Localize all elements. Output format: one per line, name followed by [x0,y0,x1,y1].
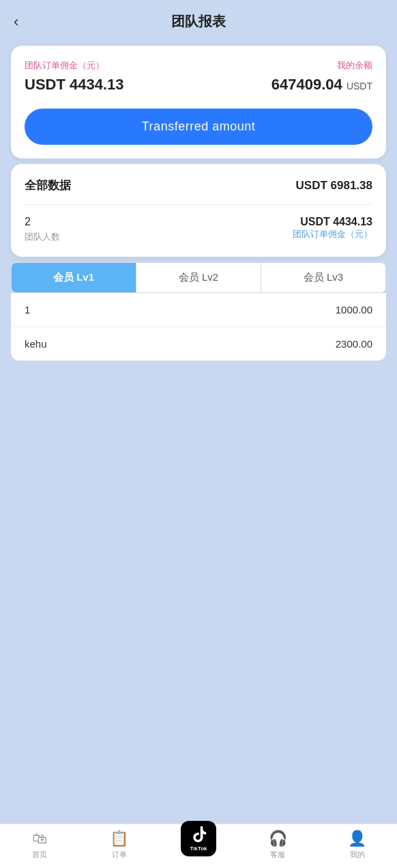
bottom-nav: 🛍 首页 📋 订单 TikTok 🎧 客服 👤 我的 [0,824,397,868]
my-balance-label: 我的余额 [271,59,372,72]
team-count-label: 团队人数 [25,231,60,243]
list-item-value-0: 1000.00 [336,304,372,316]
stats-title: 全部数据 [25,178,71,193]
list-item-value-1: 2300.00 [336,338,372,350]
customer-service-icon: 🎧 [269,830,287,848]
list-container: 1 1000.00 kehu 2300.00 [11,293,386,361]
header: ‹ 团队报表 [0,0,397,40]
nav-orders[interactable]: 📋 订单 [79,830,158,860]
balance-card: 团队订单佣金（元） USDT 4434.13 我的余额 647409.04 US… [11,46,386,158]
nav-tiktok[interactable]: TikTok [159,833,238,856]
team-commission-amount: USDT 4434.13 [25,76,124,94]
transfer-button[interactable]: Transferred amount [25,109,372,145]
profile-icon: 👤 [348,830,366,848]
tiktok-button[interactable]: TikTok [181,821,216,856]
my-balance-col: 我的余额 647409.04 USDT [271,59,372,94]
list-item: kehu 2300.00 [11,327,386,361]
orders-icon: 📋 [110,830,128,848]
balance-row: 团队订单佣金（元） USDT 4434.13 我的余额 647409.04 US… [25,59,372,94]
my-balance-amount: 647409.04 USDT [271,76,372,94]
stats-divider [25,204,372,205]
nav-profile-label: 我的 [350,850,365,860]
nav-home-label: 首页 [32,850,47,860]
team-count-col: 2 团队人数 [25,216,60,243]
team-count-value: 2 [25,216,60,228]
nav-home[interactable]: 🛍 首页 [0,830,79,860]
nav-orders-label: 订单 [112,850,127,860]
page-title: 团队报表 [171,12,226,31]
commission-sublabel: 团队订单佣金（元） [293,228,372,240]
list-item-label-0: 1 [25,304,30,316]
team-commission-label: 团队订单佣金（元） [25,59,124,72]
stats-total: USDT 6981.38 [296,179,372,193]
team-commission-col: 团队订单佣金（元） USDT 4434.13 [25,59,124,94]
home-icon: 🛍 [32,830,47,848]
back-button[interactable]: ‹ [14,13,18,31]
nav-profile[interactable]: 👤 我的 [318,830,397,860]
nav-service-label: 客服 [270,850,285,860]
stats-card: 全部数据 USDT 6981.38 2 团队人数 USDT 4434.13 团队… [11,164,386,257]
nav-customer-service[interactable]: 🎧 客服 [238,830,317,860]
stats-row: 2 团队人数 USDT 4434.13 团队订单佣金（元） [25,216,372,243]
commission-value: USDT 4434.13 [293,216,372,228]
list-item-label-1: kehu [25,338,47,350]
list-item: 1 1000.00 [11,293,386,327]
stats-header: 全部数据 USDT 6981.38 [25,178,372,193]
tabs-container: 会员 Lv1 会员 Lv2 会员 Lv3 [11,262,386,293]
tab-lv3[interactable]: 会员 Lv3 [261,263,385,292]
commission-col: USDT 4434.13 团队订单佣金（元） [293,216,372,240]
tab-lv1[interactable]: 会员 Lv1 [12,263,136,292]
tab-lv2[interactable]: 会员 Lv2 [136,263,261,292]
tiktok-icon: TikTok [189,825,208,852]
